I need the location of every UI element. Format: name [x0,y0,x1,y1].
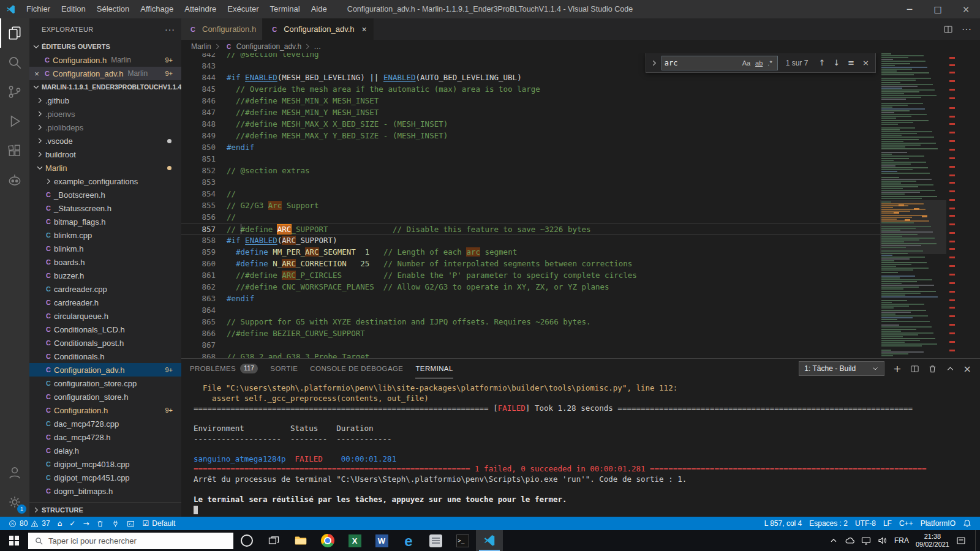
tree-item[interactable]: .github [29,94,181,107]
code-text[interactable]: #define N_ARC_CORRECTION 25 // Number of… [227,258,880,269]
regex-icon[interactable]: .* [765,59,774,67]
tree-item[interactable]: Ccardreader.h [29,296,181,309]
settings-gear-icon[interactable]: 1 [0,487,29,517]
panel-tab-probl-mes[interactable]: PROBLÈMES117 [190,359,258,378]
pio-env-selector[interactable]: ☑ Default [138,517,179,530]
code-text[interactable]: #endif [227,293,880,304]
pio-clean-button[interactable] [92,517,108,530]
code-text[interactable]: // @section extras [227,165,880,176]
menu-item[interactable]: Aide [306,0,333,18]
find-query[interactable]: arc [665,59,740,67]
tree-item[interactable]: CConfiguration.h9+ [29,403,181,417]
task-view-button[interactable] [260,530,287,551]
tree-item[interactable]: Cblinkm.cpp [29,228,181,242]
run-debug-icon[interactable] [0,107,29,136]
find-input[interactable]: arc Aa ab .* [662,56,778,70]
editor-tab[interactable]: CConfiguration_adv.h× [263,18,374,40]
menu-item[interactable]: Affichage [135,0,179,18]
code-text[interactable] [227,304,880,316]
keyboard-language[interactable]: FRA [894,536,909,545]
notes-app-button[interactable] [422,530,449,551]
code-text[interactable]: //#define MESH_MIN_Y MESH_INSET [227,107,880,118]
code-text[interactable] [227,153,880,165]
panel-tab-sortie[interactable]: SORTIE [270,359,298,378]
menu-item[interactable]: Sélection [91,0,135,18]
minimap[interactable] [880,53,946,358]
eol[interactable]: LF [880,517,895,530]
file-explorer-button[interactable] [287,530,314,551]
kill-terminal-icon[interactable] [928,364,937,373]
taskbar-search-box[interactable]: Taper ici pour rechercher [28,533,233,549]
menu-item[interactable]: Atteindre [179,0,222,18]
tree-item[interactable]: Cbitmap_flags.h [29,215,181,228]
editor-tab[interactable]: CConfiguration.h [181,18,263,40]
menu-item[interactable]: Fichier [21,0,56,18]
more-actions-icon[interactable]: ··· [962,24,971,35]
cortana-button[interactable] [233,530,260,551]
tree-item[interactable]: C_Bootscreen.h [29,188,181,201]
open-editors-header[interactable]: ÉDITEURS OUVERTS [29,40,181,53]
code-text[interactable]: // G38.2 and G38.3 Probe Target [227,351,880,358]
cursor-position[interactable]: L 857, col 4 [761,517,806,530]
minimize-button[interactable]: ─ [895,0,924,18]
extensions-icon[interactable] [0,136,29,165]
pio-terminal-button[interactable] [123,517,138,530]
split-editor-icon[interactable] [943,24,953,34]
new-terminal-icon[interactable]: + [893,363,901,375]
terminal-selector[interactable]: 1: Tâche - Build [799,361,884,376]
code-text[interactable] [227,176,880,188]
tree-item[interactable]: buildroot [29,148,181,161]
platformio-icon[interactable] [0,165,29,195]
tree-item[interactable]: Cconfiguration_store.h [29,390,181,403]
close-button[interactable]: × [952,0,980,18]
pio-build-button[interactable]: ✓ [66,517,79,530]
open-editor-item[interactable]: CConfiguration.hMarlin9+ [29,53,181,67]
tray-expand-icon[interactable] [829,536,838,545]
code-text[interactable]: // G2/G3 Arc Support [227,200,880,211]
start-button[interactable] [0,530,28,551]
onedrive-icon[interactable] [845,536,854,545]
breadcrumb-item[interactable]: … [314,42,321,51]
code-text[interactable]: // Support for G5 with XYZE destination … [227,316,880,328]
vscode-taskbar-button[interactable] [476,530,503,551]
code-text[interactable]: //#define MESH_MAX_Y Y_BED_SIZE - (MESH_… [227,130,880,141]
source-control-icon[interactable] [0,77,29,107]
menu-item[interactable]: Terminal [265,0,306,18]
tree-item[interactable]: Cdac_mcp4728.h [29,430,181,444]
tree-item[interactable]: Cdigipot_mcp4018.cpp [29,457,181,471]
show-desktop-sliver[interactable] [975,530,979,551]
tree-item[interactable]: CConditionals_LCD.h [29,323,181,336]
command-prompt-button[interactable]: >_ [449,530,476,551]
tree-item[interactable]: Marlin [29,161,181,174]
notification-center-icon[interactable] [956,536,966,545]
edge-button[interactable]: e [395,530,422,551]
excel-button[interactable]: X [341,530,368,551]
tree-item[interactable]: Cblinkm.h [29,242,181,255]
language-mode[interactable]: C++ [895,517,917,530]
display-icon[interactable] [861,536,871,545]
panel-tab-terminal[interactable]: TERMINAL [415,359,453,378]
breadcrumb-item[interactable]: Marlin [191,42,211,51]
find-in-selection-icon[interactable]: ≡ [845,58,857,67]
menu-item[interactable]: Edition [56,0,91,18]
tree-item[interactable]: C_Statusscreen.h [29,201,181,215]
terminal-output[interactable]: File "C:\users\steph\.platformio\penv\li… [181,378,980,517]
code-text[interactable]: #if ENABLED(MESH_BED_LEVELING) || ENABLE… [227,72,880,83]
code-text[interactable]: // [227,211,880,223]
explorer-more-actions-icon[interactable]: ··· [165,24,175,34]
panel-tab-console-de-d-bogage[interactable]: CONSOLE DE DÉBOGAGE [310,359,403,378]
maximize-button[interactable]: □ [924,0,952,18]
chrome-button[interactable] [314,530,341,551]
problems-indicator[interactable]: 80 37 [5,517,54,530]
indentation[interactable]: Espaces : 2 [805,517,851,530]
pio-home-button[interactable]: ⌂ [54,517,66,530]
tree-item[interactable]: example_configurations [29,174,181,188]
tree-item[interactable]: Cbuzzer.h [29,269,181,282]
code-text[interactable]: //#define BEZIER_CURVE_SUPPORT [227,328,880,339]
code-text[interactable]: // [227,188,880,200]
pio-upload-button[interactable]: → [79,517,92,530]
tree-item[interactable]: Cdac_mcp4728.cpp [29,417,181,430]
open-editor-item[interactable]: ×CConfiguration_adv.hMarlin9+ [29,67,181,80]
code-text[interactable]: //#define CNC_WORKSPACE_PLANES // Allow … [227,281,880,293]
tree-item[interactable]: Cboards.h [29,255,181,269]
